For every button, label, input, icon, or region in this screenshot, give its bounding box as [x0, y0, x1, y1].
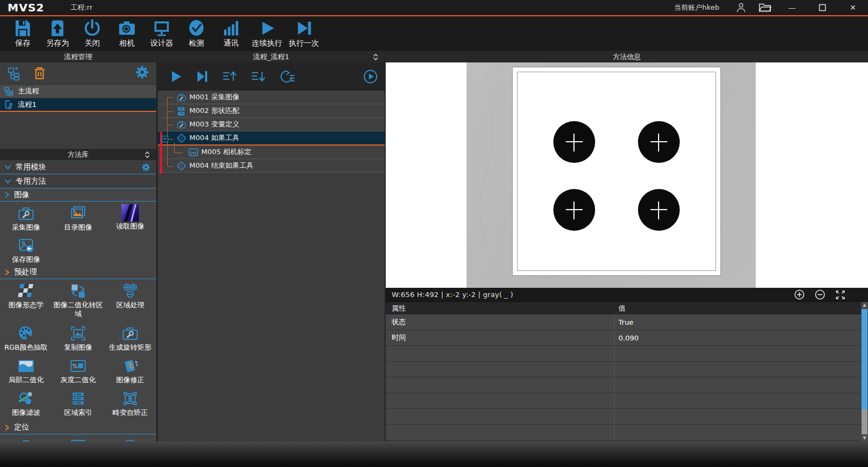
expand-collapse-box[interactable]: − — [162, 136, 168, 142]
delete-flow-button[interactable] — [31, 65, 48, 81]
run-flow-button[interactable] — [169, 70, 183, 84]
move-up-button[interactable] — [222, 70, 238, 84]
flow-node-m004-if[interactable]: IF M004 如果工具 — [158, 131, 385, 146]
method-rgb-extract[interactable]: RGB颜色抽取 — [0, 321, 52, 354]
section-label: 定位 — [14, 422, 29, 432]
method-local-binarize[interactable]: 局部二值化 — [0, 354, 52, 387]
tree-connector — [167, 97, 168, 166]
move-down-button[interactable] — [251, 70, 267, 84]
maximize-button[interactable] — [807, 0, 838, 15]
method-copy-image[interactable]: 复制图像 — [52, 321, 104, 354]
method-gray-binarize[interactable]: % 灰度二值化 — [52, 354, 104, 387]
flow-node-m005[interactable]: (×) M005 相机标定 — [158, 146, 385, 159]
flow-node-m002[interactable]: M002 形状匹配 — [158, 104, 385, 118]
method-save-image[interactable]: 保存图像 — [0, 234, 52, 266]
toolbar-label: 连续执行 — [252, 39, 282, 48]
group-common-modules[interactable]: 常用模块 — [0, 160, 156, 174]
save-icon — [13, 18, 33, 38]
flow-node-m001[interactable]: M001 采集图像 — [158, 91, 385, 104]
method-info-header: 方法信息 — [386, 51, 868, 62]
method-acquire-image[interactable]: 采集图像 — [0, 201, 52, 234]
stacked-photos-icon — [69, 204, 87, 223]
save-as-button[interactable]: 另存为 — [40, 17, 75, 48]
fit-screen-icon[interactable] — [835, 290, 845, 300]
camera-button[interactable]: 相机 — [110, 17, 144, 48]
method-read-image[interactable]: 读取图像 — [104, 201, 156, 234]
section-label: 图像 — [14, 190, 29, 200]
step-flow-button[interactable] — [195, 70, 209, 84]
flow-manager-toolbar — [0, 62, 156, 85]
section-image[interactable]: 图像 — [0, 188, 156, 201]
method-image-filter[interactable]: 图像滤波 — [0, 387, 52, 421]
close-project-button[interactable]: 关闭 — [75, 17, 110, 48]
table-scrollbar[interactable]: ▲ ▼ — [861, 302, 868, 441]
method-morphology[interactable]: 图像形态学 — [0, 279, 52, 321]
minimize-button[interactable]: — — [777, 0, 807, 15]
image-correct-icon — [121, 357, 139, 375]
group-label: 常用模块 — [16, 162, 46, 172]
tree-connector — [168, 97, 173, 98]
close-button[interactable]: ✕ — [838, 0, 868, 15]
method-make-rotated-rect[interactable]: 生成旋转矩形 — [104, 321, 156, 354]
method-directory-image[interactable]: 目录图像 — [52, 201, 104, 234]
loop-list-icon — [279, 70, 296, 84]
save-button[interactable]: 保存 — [5, 17, 40, 48]
toolbar-label: 检测 — [189, 39, 204, 48]
svg-text:%: % — [72, 363, 78, 369]
method-distortion-correct[interactable]: 畸变自矫正 — [104, 387, 156, 421]
flow-node-label: M001 采集图像 — [189, 92, 239, 102]
collapse-panel-icon[interactable] — [372, 53, 379, 62]
shape-icon — [121, 437, 139, 441]
method-image-correct[interactable]: 图像修正 — [104, 354, 156, 387]
run-once-button[interactable]: 执行一次 — [285, 17, 322, 48]
section-preprocess[interactable]: 预处理 — [0, 266, 156, 279]
zoom-out-icon[interactable] — [815, 289, 825, 300]
library-gear-icon[interactable] — [141, 162, 151, 172]
scroll-down-arrow[interactable]: ▼ — [861, 435, 868, 441]
run-continuous-button[interactable]: 连续执行 — [248, 17, 285, 48]
method-label: 采集图像 — [12, 223, 40, 232]
scrollbar-thumb[interactable] — [861, 309, 867, 409]
flow-node-m004-endif[interactable]: IF M004 结束如果工具 — [158, 159, 385, 173]
loop-order-button[interactable] — [279, 70, 296, 84]
designer-button[interactable]: 设计器 — [144, 17, 179, 48]
column-header-value: 值 — [615, 304, 626, 313]
method-region-index[interactable]: 区域索引 — [52, 387, 104, 421]
section-locate[interactable]: 定位 — [0, 421, 156, 434]
toolbox-icon — [176, 92, 187, 103]
flow-item-flow1[interactable]: 流程1 — [0, 98, 156, 112]
group-special-methods[interactable]: 专用方法 — [0, 174, 156, 188]
detect-button[interactable]: 检测 — [179, 17, 214, 48]
chevron-right-icon — [4, 424, 10, 431]
method-region-process[interactable]: 区域处理 — [104, 279, 156, 321]
flow-item-main[interactable]: 主流程 — [0, 85, 156, 98]
main-toolbar: 保存 另存为 关闭 相机 设计器 检测 通讯 连续执行 — [0, 17, 868, 51]
collapse-panel-icon[interactable] — [144, 151, 151, 160]
scrollbar-track — [861, 409, 867, 434]
add-flow-button[interactable] — [7, 65, 23, 81]
zoom-in-icon[interactable] — [794, 289, 805, 300]
photo-icon — [69, 437, 87, 441]
monitor-icon — [152, 18, 171, 38]
clipped-method-icon[interactable] — [0, 434, 52, 441]
image-viewer[interactable] — [386, 62, 868, 288]
run-selected-button[interactable] — [363, 69, 378, 84]
camera-icon — [117, 18, 137, 38]
method-label: RGB颜色抽取 — [4, 343, 48, 352]
method-info-panel: 方法信息 W:656 H:492 | x:-2 y:-2 | gray( _ ) — [386, 51, 868, 441]
flow-settings-gear-icon[interactable] — [135, 65, 150, 82]
endif-tool-icon: IF — [176, 161, 187, 171]
power-icon — [82, 18, 102, 38]
flow-node-m003[interactable]: M003 变量定义 — [158, 118, 385, 131]
table-row-empty — [386, 393, 868, 409]
folder-icon[interactable] — [753, 0, 777, 15]
clipped-method-icon[interactable] — [104, 434, 156, 441]
communication-button[interactable]: 通讯 — [214, 17, 248, 48]
method-label: 灰度二值化 — [61, 376, 96, 384]
clipped-method-icon[interactable] — [52, 434, 104, 441]
scroll-up-arrow[interactable]: ▲ — [861, 302, 868, 308]
user-icon[interactable] — [729, 0, 753, 15]
method-binarize-to-region[interactable]: 图像二值化转区域 — [52, 279, 104, 321]
value-cell: True — [615, 314, 861, 330]
signal-bars-icon — [221, 18, 241, 38]
